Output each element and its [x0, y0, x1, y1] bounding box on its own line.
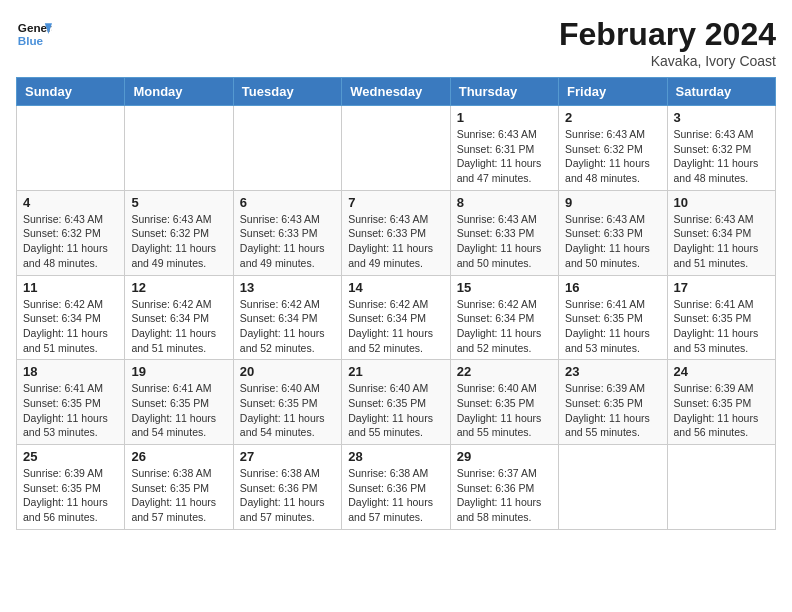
day-cell: 22Sunrise: 6:40 AMSunset: 6:35 PMDayligh… — [450, 360, 558, 445]
header: General Blue February 2024 Kavaka, Ivory… — [16, 16, 776, 69]
weekday-header-monday: Monday — [125, 78, 233, 106]
day-info: Sunrise: 6:43 AMSunset: 6:33 PMDaylight:… — [240, 212, 335, 271]
day-number: 25 — [23, 449, 118, 464]
day-number: 3 — [674, 110, 769, 125]
day-cell — [125, 106, 233, 191]
svg-text:Blue: Blue — [18, 34, 44, 47]
day-number: 2 — [565, 110, 660, 125]
day-number: 7 — [348, 195, 443, 210]
day-number: 11 — [23, 280, 118, 295]
day-info: Sunrise: 6:42 AMSunset: 6:34 PMDaylight:… — [457, 297, 552, 356]
day-cell: 26Sunrise: 6:38 AMSunset: 6:35 PMDayligh… — [125, 445, 233, 530]
day-number: 19 — [131, 364, 226, 379]
day-number: 9 — [565, 195, 660, 210]
day-info: Sunrise: 6:38 AMSunset: 6:35 PMDaylight:… — [131, 466, 226, 525]
day-cell: 28Sunrise: 6:38 AMSunset: 6:36 PMDayligh… — [342, 445, 450, 530]
day-info: Sunrise: 6:43 AMSunset: 6:33 PMDaylight:… — [348, 212, 443, 271]
month-title: February 2024 — [559, 16, 776, 53]
day-cell — [342, 106, 450, 191]
day-number: 15 — [457, 280, 552, 295]
day-cell: 8Sunrise: 6:43 AMSunset: 6:33 PMDaylight… — [450, 190, 558, 275]
calendar: SundayMondayTuesdayWednesdayThursdayFrid… — [16, 77, 776, 530]
day-cell: 29Sunrise: 6:37 AMSunset: 6:36 PMDayligh… — [450, 445, 558, 530]
day-cell: 19Sunrise: 6:41 AMSunset: 6:35 PMDayligh… — [125, 360, 233, 445]
day-cell: 4Sunrise: 6:43 AMSunset: 6:32 PMDaylight… — [17, 190, 125, 275]
day-cell: 27Sunrise: 6:38 AMSunset: 6:36 PMDayligh… — [233, 445, 341, 530]
day-cell: 5Sunrise: 6:43 AMSunset: 6:32 PMDaylight… — [125, 190, 233, 275]
day-info: Sunrise: 6:40 AMSunset: 6:35 PMDaylight:… — [348, 381, 443, 440]
day-number: 27 — [240, 449, 335, 464]
day-number: 17 — [674, 280, 769, 295]
day-cell: 2Sunrise: 6:43 AMSunset: 6:32 PMDaylight… — [559, 106, 667, 191]
day-cell — [233, 106, 341, 191]
day-number: 1 — [457, 110, 552, 125]
day-number: 20 — [240, 364, 335, 379]
day-info: Sunrise: 6:38 AMSunset: 6:36 PMDaylight:… — [348, 466, 443, 525]
location-subtitle: Kavaka, Ivory Coast — [559, 53, 776, 69]
day-cell: 1Sunrise: 6:43 AMSunset: 6:31 PMDaylight… — [450, 106, 558, 191]
weekday-header-tuesday: Tuesday — [233, 78, 341, 106]
day-number: 12 — [131, 280, 226, 295]
day-number: 8 — [457, 195, 552, 210]
day-info: Sunrise: 6:39 AMSunset: 6:35 PMDaylight:… — [674, 381, 769, 440]
weekday-header-wednesday: Wednesday — [342, 78, 450, 106]
day-info: Sunrise: 6:40 AMSunset: 6:35 PMDaylight:… — [240, 381, 335, 440]
day-cell: 6Sunrise: 6:43 AMSunset: 6:33 PMDaylight… — [233, 190, 341, 275]
day-cell: 3Sunrise: 6:43 AMSunset: 6:32 PMDaylight… — [667, 106, 775, 191]
day-cell: 12Sunrise: 6:42 AMSunset: 6:34 PMDayligh… — [125, 275, 233, 360]
day-cell: 17Sunrise: 6:41 AMSunset: 6:35 PMDayligh… — [667, 275, 775, 360]
day-number: 4 — [23, 195, 118, 210]
day-cell — [667, 445, 775, 530]
day-info: Sunrise: 6:41 AMSunset: 6:35 PMDaylight:… — [674, 297, 769, 356]
title-area: February 2024 Kavaka, Ivory Coast — [559, 16, 776, 69]
day-info: Sunrise: 6:40 AMSunset: 6:35 PMDaylight:… — [457, 381, 552, 440]
day-cell: 15Sunrise: 6:42 AMSunset: 6:34 PMDayligh… — [450, 275, 558, 360]
day-cell: 24Sunrise: 6:39 AMSunset: 6:35 PMDayligh… — [667, 360, 775, 445]
day-cell: 11Sunrise: 6:42 AMSunset: 6:34 PMDayligh… — [17, 275, 125, 360]
logo: General Blue — [16, 16, 52, 52]
day-cell: 20Sunrise: 6:40 AMSunset: 6:35 PMDayligh… — [233, 360, 341, 445]
day-number: 13 — [240, 280, 335, 295]
day-number: 26 — [131, 449, 226, 464]
day-info: Sunrise: 6:43 AMSunset: 6:32 PMDaylight:… — [23, 212, 118, 271]
day-info: Sunrise: 6:42 AMSunset: 6:34 PMDaylight:… — [131, 297, 226, 356]
weekday-header-friday: Friday — [559, 78, 667, 106]
weekday-header-saturday: Saturday — [667, 78, 775, 106]
day-cell: 23Sunrise: 6:39 AMSunset: 6:35 PMDayligh… — [559, 360, 667, 445]
logo-icon: General Blue — [16, 16, 52, 52]
day-number: 18 — [23, 364, 118, 379]
day-info: Sunrise: 6:42 AMSunset: 6:34 PMDaylight:… — [240, 297, 335, 356]
day-number: 16 — [565, 280, 660, 295]
day-number: 24 — [674, 364, 769, 379]
day-number: 23 — [565, 364, 660, 379]
day-info: Sunrise: 6:42 AMSunset: 6:34 PMDaylight:… — [348, 297, 443, 356]
day-info: Sunrise: 6:41 AMSunset: 6:35 PMDaylight:… — [23, 381, 118, 440]
day-number: 10 — [674, 195, 769, 210]
day-cell: 21Sunrise: 6:40 AMSunset: 6:35 PMDayligh… — [342, 360, 450, 445]
day-info: Sunrise: 6:38 AMSunset: 6:36 PMDaylight:… — [240, 466, 335, 525]
day-cell: 10Sunrise: 6:43 AMSunset: 6:34 PMDayligh… — [667, 190, 775, 275]
day-cell: 13Sunrise: 6:42 AMSunset: 6:34 PMDayligh… — [233, 275, 341, 360]
day-info: Sunrise: 6:37 AMSunset: 6:36 PMDaylight:… — [457, 466, 552, 525]
day-info: Sunrise: 6:43 AMSunset: 6:34 PMDaylight:… — [674, 212, 769, 271]
day-info: Sunrise: 6:43 AMSunset: 6:31 PMDaylight:… — [457, 127, 552, 186]
day-info: Sunrise: 6:39 AMSunset: 6:35 PMDaylight:… — [23, 466, 118, 525]
week-row-1: 1Sunrise: 6:43 AMSunset: 6:31 PMDaylight… — [17, 106, 776, 191]
weekday-header-row: SundayMondayTuesdayWednesdayThursdayFrid… — [17, 78, 776, 106]
day-info: Sunrise: 6:42 AMSunset: 6:34 PMDaylight:… — [23, 297, 118, 356]
day-cell: 25Sunrise: 6:39 AMSunset: 6:35 PMDayligh… — [17, 445, 125, 530]
day-info: Sunrise: 6:41 AMSunset: 6:35 PMDaylight:… — [131, 381, 226, 440]
day-cell: 18Sunrise: 6:41 AMSunset: 6:35 PMDayligh… — [17, 360, 125, 445]
day-number: 22 — [457, 364, 552, 379]
day-number: 14 — [348, 280, 443, 295]
day-number: 5 — [131, 195, 226, 210]
day-info: Sunrise: 6:41 AMSunset: 6:35 PMDaylight:… — [565, 297, 660, 356]
week-row-4: 18Sunrise: 6:41 AMSunset: 6:35 PMDayligh… — [17, 360, 776, 445]
day-number: 28 — [348, 449, 443, 464]
day-info: Sunrise: 6:39 AMSunset: 6:35 PMDaylight:… — [565, 381, 660, 440]
day-info: Sunrise: 6:43 AMSunset: 6:32 PMDaylight:… — [674, 127, 769, 186]
week-row-5: 25Sunrise: 6:39 AMSunset: 6:35 PMDayligh… — [17, 445, 776, 530]
day-number: 29 — [457, 449, 552, 464]
day-cell — [17, 106, 125, 191]
weekday-header-sunday: Sunday — [17, 78, 125, 106]
